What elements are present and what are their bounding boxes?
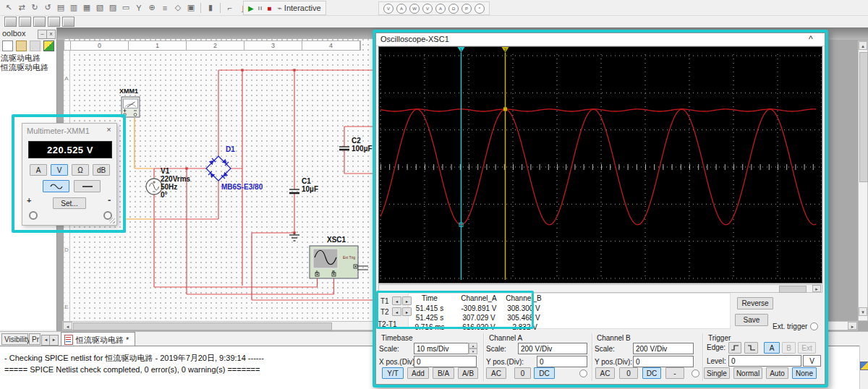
scroll-down-button[interactable]: ▾ — [859, 307, 867, 316]
channel-b-scale-input[interactable]: 200 V/Div — [633, 343, 694, 354]
add-mode-button[interactable]: Add — [407, 367, 429, 379]
hscroll-thumb[interactable] — [73, 322, 332, 330]
trigger-normal-button[interactable]: Normal — [733, 367, 762, 379]
scroll-left-button[interactable]: ◂ — [63, 322, 72, 330]
channel-b-terminal[interactable] — [692, 369, 699, 377]
ac-mode-button[interactable] — [43, 180, 69, 192]
dc-mode-button[interactable] — [74, 180, 101, 192]
oscilloscope-screen[interactable]: 12 — [378, 46, 822, 283]
c1-ref-label[interactable]: C1 — [302, 178, 311, 185]
collapse-icon[interactable]: ^ — [809, 34, 813, 44]
voltmeter-button[interactable]: V — [51, 164, 68, 176]
channel-a-ac-button[interactable]: AC — [486, 367, 506, 379]
d1-part-label[interactable]: MB6S-E3/80 — [221, 184, 263, 191]
swap-wires-icon[interactable]: ⇄ — [16, 2, 27, 14]
new-document-icon[interactable] — [2, 40, 13, 51]
stop-simulation-button[interactable]: ■ — [267, 4, 271, 12]
trigger-level-input[interactable]: 0 — [728, 355, 801, 367]
channel-b-minus-button[interactable]: - — [665, 367, 684, 379]
xmm1-ref-label[interactable]: XMM1 — [119, 87, 138, 95]
net-icon[interactable]: ▨ — [107, 2, 119, 14]
trigger-none-button[interactable]: None — [792, 367, 817, 379]
probe-settings-icon[interactable]: * — [475, 4, 485, 14]
positive-terminal[interactable] — [29, 211, 38, 220]
channel-b-ac-button[interactable]: AC — [595, 367, 615, 379]
trigger-auto-button[interactable]: Auto — [766, 367, 788, 379]
v1-ref-label[interactable]: V1 — [161, 168, 169, 175]
canvas-vscrollbar[interactable]: ▴ ▾ — [858, 40, 868, 321]
rotate-ccw-icon[interactable]: ↺ — [42, 2, 54, 14]
list-icon[interactable]: ≡ — [159, 2, 171, 14]
tab-next-button[interactable]: ▸ — [49, 335, 59, 346]
wye-icon[interactable]: Y — [133, 2, 145, 14]
instrument-thumb-1[interactable] — [4, 17, 17, 27]
scroll-right-button[interactable]: ▸ — [848, 322, 857, 330]
diamond-icon[interactable]: ◇ — [172, 2, 184, 14]
corner-tool-icon[interactable]: ⌐ — [224, 2, 236, 14]
probe-power-icon[interactable]: W — [409, 4, 420, 14]
tab-visibility[interactable]: Visibility — [1, 333, 28, 345]
channel-a-zero-button[interactable]: 0 — [514, 367, 531, 379]
trigger-level-unit-select[interactable]: V — [803, 355, 821, 367]
probe-bar-icon[interactable]: ▮ — [205, 2, 216, 14]
timebase-scale-input[interactable]: 10 ms/Div — [414, 343, 477, 354]
interactive-mode-label[interactable]: Interactive — [284, 4, 321, 12]
scope-hscroll-thumb[interactable] — [779, 286, 807, 293]
c2-ref-label[interactable]: C2 — [352, 137, 361, 145]
d1-ref-label[interactable]: D1 — [226, 146, 235, 153]
run-simulation-button[interactable]: ▶ — [248, 4, 254, 12]
oscilloscope-titlebar[interactable]: Oscilloscope-XSC1 ^ — [376, 33, 825, 46]
probe-current-icon[interactable]: A — [396, 4, 407, 14]
rotate-cw-icon[interactable]: ↻ — [29, 2, 41, 14]
ab-mode-button[interactable]: A/B — [458, 367, 478, 379]
cursor2-left-button[interactable]: ◂ — [392, 307, 401, 316]
ohmmeter-button[interactable]: Ω — [72, 164, 89, 176]
tree-item-sheet[interactable]: 恒流驱动电路 — [1, 62, 48, 73]
db-button[interactable]: dB — [93, 164, 110, 176]
pause-simulation-button[interactable]: II — [258, 5, 263, 12]
falling-edge-button[interactable] — [744, 342, 758, 354]
trigger-source-ext-button[interactable]: Ext — [798, 342, 816, 354]
channel-a-scale-input[interactable]: 200 V/Div — [518, 343, 587, 354]
timebase-xpos-input[interactable]: 0 — [414, 356, 477, 367]
sheet-icon[interactable]: ▤ — [55, 2, 67, 14]
c1-value-label[interactable]: 10µF — [302, 186, 318, 193]
rising-edge-button[interactable] — [728, 342, 741, 354]
instrument-thumb-3[interactable] — [33, 17, 46, 27]
channel-b-dc-button[interactable]: DC — [642, 367, 661, 379]
ba-mode-button[interactable]: B/A — [433, 367, 454, 379]
close-icon[interactable]: × — [104, 125, 114, 134]
probe-voltage-icon[interactable]: V — [383, 4, 393, 14]
sheet-tab-active[interactable]: 恒流驱动电路 * — [61, 332, 135, 347]
set-button[interactable]: Set... — [53, 197, 86, 209]
channel-b-ypos-input[interactable]: 0 — [633, 356, 694, 367]
probe-voltage-t-icon[interactable]: V — [422, 4, 433, 14]
trigger-source-a-button[interactable]: A — [764, 342, 780, 354]
instrument-thumb-5[interactable] — [62, 17, 75, 27]
trigger-single-button[interactable]: Single — [704, 367, 730, 379]
hatch-icon[interactable]: ▧ — [94, 2, 106, 14]
cursor1-left-button[interactable]: ◂ — [392, 296, 401, 305]
channel-a-terminal[interactable] — [579, 369, 587, 377]
scroll-up-button[interactable]: ▴ — [859, 41, 867, 50]
instrument-thumb-4[interactable] — [48, 17, 60, 27]
table-icon[interactable]: ▦ — [81, 2, 93, 14]
cursor-icon[interactable]: ↖ — [3, 2, 14, 14]
channel-a-ypos-input[interactable]: 0 — [537, 356, 587, 367]
resize-grip[interactable] — [109, 218, 115, 223]
save-icon[interactable] — [30, 40, 41, 51]
save-button[interactable]: Save — [735, 314, 768, 326]
instrument-thumb-2[interactable] — [19, 17, 31, 27]
open-folder-icon[interactable] — [16, 40, 27, 51]
xsc1-ref-label[interactable]: XSC1 — [327, 236, 346, 244]
v1-phase-label[interactable]: 0° — [161, 192, 168, 199]
c2-value-label[interactable]: 100µF — [352, 145, 373, 153]
scope-scroll-right-button[interactable]: ▸ — [812, 285, 821, 292]
timebase-scale-spinner[interactable]: ▴▾ — [468, 343, 477, 354]
yt-mode-button[interactable]: Y/T — [382, 367, 404, 379]
trigger-source-b-button[interactable]: B — [782, 342, 796, 354]
channel-a-dc-button[interactable]: DC — [534, 367, 555, 379]
probe-current-t-icon[interactable]: A — [435, 4, 446, 14]
oscilloscope-window[interactable]: Oscilloscope-XSC1 ^ 12 ▸ T1 T2 T2-T1 ◂ ▸… — [373, 30, 828, 388]
design-icon[interactable] — [43, 40, 54, 51]
